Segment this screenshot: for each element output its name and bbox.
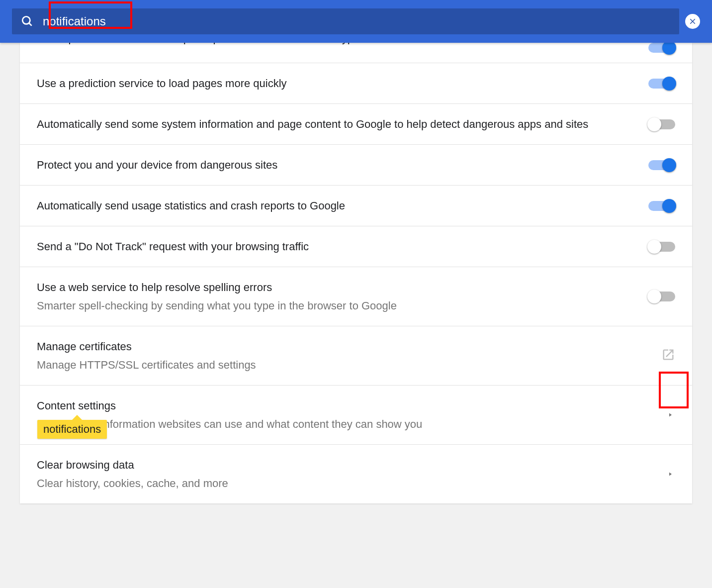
header-bar: [0, 0, 712, 43]
row-title: Clear browsing data: [37, 457, 665, 473]
row-title: Protect you and your device from dangero…: [37, 157, 648, 173]
row-title: Manage certificates: [37, 338, 661, 355]
row-subtitle: Smarter spell-checking by sending what y…: [37, 297, 648, 314]
toggle-prediction-load[interactable]: [648, 79, 675, 89]
chevron-right-icon: [665, 410, 675, 420]
row-subtitle: Control what information websites can us…: [37, 416, 665, 432]
search-input[interactable]: [43, 14, 670, 28]
row-title: Send a "Do Not Track" request with your …: [37, 238, 648, 255]
search-container: [12, 8, 679, 34]
row-title: Use a web service to help resolve spelli…: [37, 279, 648, 295]
settings-row-usage-stats[interactable]: Automatically send usage statistics and …: [20, 185, 692, 226]
settings-row-protect-dangerous[interactable]: Protect you and your device from dangero…: [20, 144, 692, 185]
row-subtitle: Clear history, cookies, cache, and more: [37, 475, 665, 491]
search-tooltip: notifications: [37, 420, 107, 439]
svg-point-0: [22, 16, 30, 24]
row-subtitle: Manage HTTPS/SSL certificates and settin…: [37, 357, 661, 373]
settings-row-content-settings[interactable]: Content settings Control what informatio…: [20, 385, 692, 444]
close-search-button[interactable]: [685, 14, 700, 29]
svg-line-1: [29, 23, 31, 25]
row-title: Use a prediction service to help complet…: [37, 43, 648, 46]
toggle-do-not-track[interactable]: [648, 242, 675, 252]
settings-row-spelling[interactable]: Use a web service to help resolve spelli…: [20, 267, 692, 326]
settings-row-do-not-track[interactable]: Send a "Do Not Track" request with your …: [20, 226, 692, 267]
row-title: Automatically send usage statistics and …: [37, 197, 648, 214]
settings-panel: Use a prediction service to help complet…: [20, 43, 692, 503]
settings-row-clear-browsing-data[interactable]: Clear browsing data Clear history, cooki…: [20, 444, 692, 503]
toggle-spelling[interactable]: [648, 292, 675, 301]
toggle-usage-stats[interactable]: [648, 201, 675, 211]
toggle-send-system-info[interactable]: [648, 119, 675, 129]
row-title: Use a prediction service to load pages m…: [37, 75, 648, 92]
row-title: Content settings: [37, 397, 665, 414]
external-link-icon: [661, 348, 675, 364]
search-icon: [21, 15, 34, 28]
toggle-prediction-search[interactable]: [648, 43, 675, 53]
settings-row-prediction-search[interactable]: Use a prediction service to help complet…: [20, 43, 692, 63]
settings-row-certificates[interactable]: Manage certificates Manage HTTPS/SSL cer…: [20, 326, 692, 385]
settings-row-prediction-load[interactable]: Use a prediction service to load pages m…: [20, 63, 692, 103]
settings-row-send-system-info[interactable]: Automatically send some system informati…: [20, 103, 692, 144]
chevron-right-icon: [665, 469, 675, 479]
row-title: Automatically send some system informati…: [37, 116, 648, 132]
toggle-protect-dangerous[interactable]: [648, 160, 675, 170]
